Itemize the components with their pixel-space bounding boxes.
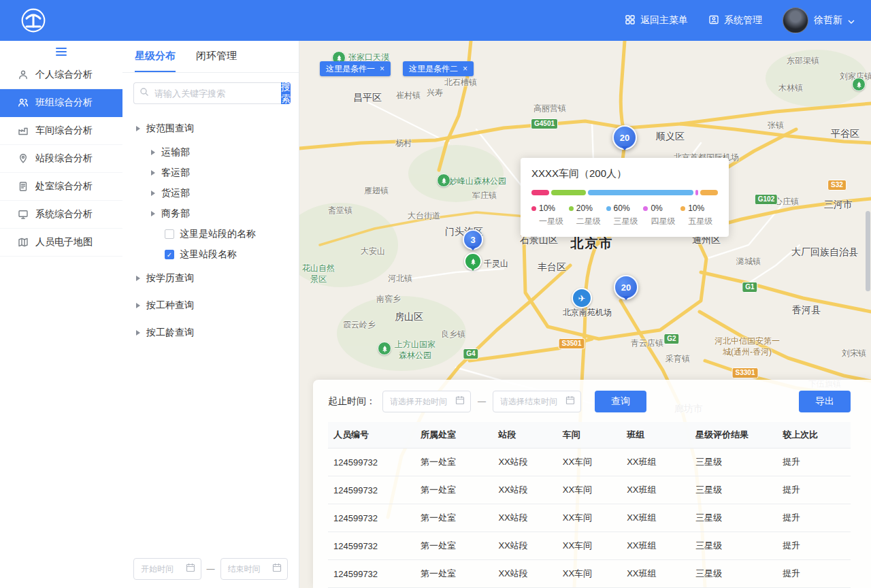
panel-end-date[interactable]	[220, 558, 289, 580]
system-admin-button[interactable]: 系统管理	[708, 14, 762, 27]
map-label: 河北镇	[388, 274, 412, 284]
table-row[interactable]: 124599732第一处室XX站段XX车间XX班组三星级提升	[328, 448, 851, 476]
table-header-cell: 班组	[621, 422, 690, 448]
close-icon[interactable]: ×	[463, 64, 467, 74]
tree-section-0[interactable]: 按范围查询	[136, 115, 285, 142]
cluster-marker[interactable]: 20	[612, 125, 637, 150]
tree-section-2[interactable]: 按工种查询	[136, 292, 285, 319]
table-cell: XX站段	[493, 504, 557, 532]
map-label: 花山自然景区	[302, 263, 335, 284]
tree-node-label: 运输部	[161, 146, 190, 159]
park-pin-icon[interactable]	[464, 252, 482, 270]
sidebar-item-5[interactable]: 系统综合分析	[0, 201, 122, 229]
map-label: 北石槽镇	[444, 78, 477, 88]
tree-node[interactable]: 客运部	[136, 163, 285, 183]
sidebar-item-4[interactable]: 处室综合分析	[0, 173, 122, 201]
legend-item: 0%四星级	[643, 203, 680, 227]
tab-closed-loop[interactable]: 闭环管理	[196, 41, 237, 72]
tree-section-3[interactable]: 按工龄查询	[136, 319, 285, 346]
legend-pct: 10%	[539, 203, 555, 213]
map-label: 崔村镇	[396, 91, 421, 101]
sidebar-item-label: 人员电子地图	[35, 236, 93, 248]
table-cell: 三星级	[690, 476, 777, 504]
tree-section-1[interactable]: 按学历查询	[136, 265, 285, 292]
calendar-icon	[565, 395, 575, 408]
cluster-marker[interactable]: 20	[614, 275, 638, 299]
table-cell: 三星级	[690, 560, 777, 588]
filter-panel: 星级分布 闭环管理 搜索 按范围查询运输部客运部货运部商务部这里是站段的名称✓这…	[122, 41, 299, 588]
map-label: 昌平区	[353, 91, 382, 103]
popup-title: XXXX车间（200人）	[531, 167, 718, 180]
map-label: 北京市	[571, 235, 614, 252]
table-header-cell: 人员编号	[328, 422, 415, 448]
return-main-menu-button[interactable]: 返回主菜单	[625, 14, 688, 27]
export-button[interactable]: 导出	[799, 391, 851, 412]
avatar[interactable]	[783, 7, 808, 33]
tab-star-distribution[interactable]: 星级分布	[135, 41, 176, 72]
query-tree: 按范围查询运输部客运部货运部商务部这里是站段的名称✓这里站段名称按学历查询按工种…	[122, 108, 299, 346]
user-menu[interactable]: 徐哲新	[783, 7, 855, 33]
map-label: 高丽营镇	[533, 103, 566, 114]
legend-dot	[569, 206, 574, 211]
filter-tag-1[interactable]: 这里是条件二×	[403, 61, 474, 76]
collapse-menu-icon[interactable]	[0, 41, 122, 61]
map-canvas[interactable]: 张家口天漠昌平区崔村镇兴寿北石槽镇高丽营镇顺义区北京首都国际机场张镇平谷区木林镇…	[299, 41, 871, 588]
search-button[interactable]: 搜索	[281, 82, 291, 104]
tree-node[interactable]: 商务部	[136, 203, 285, 224]
road-shield: G2	[663, 333, 679, 344]
airport-marker-icon[interactable]: ✈	[572, 288, 592, 308]
tree-node[interactable]: 运输部	[136, 142, 285, 163]
start-time-input[interactable]	[382, 391, 471, 412]
sidebar-item-1[interactable]: 班组综合分析	[0, 89, 122, 117]
legend-item: 20%二星级	[569, 203, 606, 227]
station-checkbox-row[interactable]: ✓这里站段名称	[136, 244, 285, 265]
legend-item: 10%五星级	[680, 203, 718, 227]
panel-start-date-input[interactable]	[139, 564, 183, 574]
checkbox-label: 这里是站段的名称	[180, 228, 256, 240]
legend-label: 四星级	[651, 216, 680, 227]
table-cell: 124599732	[328, 504, 415, 532]
tree-node-label: 客运部	[161, 167, 190, 179]
table-cell: 第一处室	[415, 532, 493, 560]
bar-segment	[588, 190, 693, 195]
legend-item: 60%三星级	[606, 203, 644, 227]
close-icon[interactable]: ×	[380, 64, 384, 74]
panel-end-date-input[interactable]	[227, 564, 270, 574]
table-row[interactable]: 124599732第一处室XX站段XX车间XX班组三星级提升	[328, 504, 851, 532]
sidebar-item-6[interactable]: 人员电子地图	[0, 229, 122, 257]
table-cell: XX站段	[493, 476, 557, 504]
table-row[interactable]: 124599732第一处室XX站段XX车间XX班组三星级提升	[328, 560, 851, 588]
sidebar-item-2[interactable]: 车间综合分析	[0, 117, 122, 145]
table-cell: 三星级	[690, 504, 777, 532]
scrollbar-thumb[interactable]	[866, 211, 870, 291]
cluster-marker[interactable]: 3	[463, 229, 483, 250]
panel-start-date[interactable]	[133, 558, 201, 580]
map-label: 房山区	[395, 310, 423, 323]
table-header-cell: 车间	[557, 422, 621, 448]
sidebar-item-0[interactable]: 个人综合分析	[0, 61, 122, 89]
results-controls: 起止时间： — 查询 导出	[328, 391, 851, 412]
checkbox-icon[interactable]	[165, 229, 174, 239]
sidebar-item-label: 站段综合分析	[35, 152, 93, 165]
query-button[interactable]: 查询	[595, 391, 646, 412]
caret-right-icon	[151, 170, 155, 176]
legend-label: 五星级	[688, 216, 718, 227]
search-input[interactable]	[153, 88, 276, 99]
tree-node[interactable]: 货运部	[136, 183, 285, 203]
panel-tabs: 星级分布 闭环管理	[122, 41, 299, 73]
legend-pct: 60%	[614, 203, 630, 213]
checkbox-icon[interactable]: ✓	[165, 250, 174, 259]
filter-tag-0[interactable]: 这里是条件一×	[320, 61, 391, 76]
table-row[interactable]: 124599732第一处室XX站段XX车间XX班组三星级提升	[328, 476, 851, 504]
results-table: 人员编号所属处室站段车间班组星级评价结果较上次比 124599732第一处室XX…	[328, 422, 851, 588]
start-time-field[interactable]	[389, 396, 453, 407]
table-row[interactable]: 124599732第一处室XX站段XX车间XX班组三星级提升	[328, 532, 851, 560]
end-time-field[interactable]	[499, 396, 563, 407]
map-label: 张镇	[768, 120, 784, 131]
sidebar-item-3[interactable]: 站段综合分析	[0, 145, 122, 173]
map-label: 木林镇	[778, 83, 803, 94]
workshop-popup: XXXX车间（200人） 10%一星级20%二星级60%三星级0%四星级10%五…	[521, 158, 729, 237]
system-admin-label: 系统管理	[724, 14, 762, 27]
end-time-input[interactable]	[493, 391, 581, 412]
station-checkbox-row[interactable]: 这里是站段的名称	[136, 224, 285, 244]
